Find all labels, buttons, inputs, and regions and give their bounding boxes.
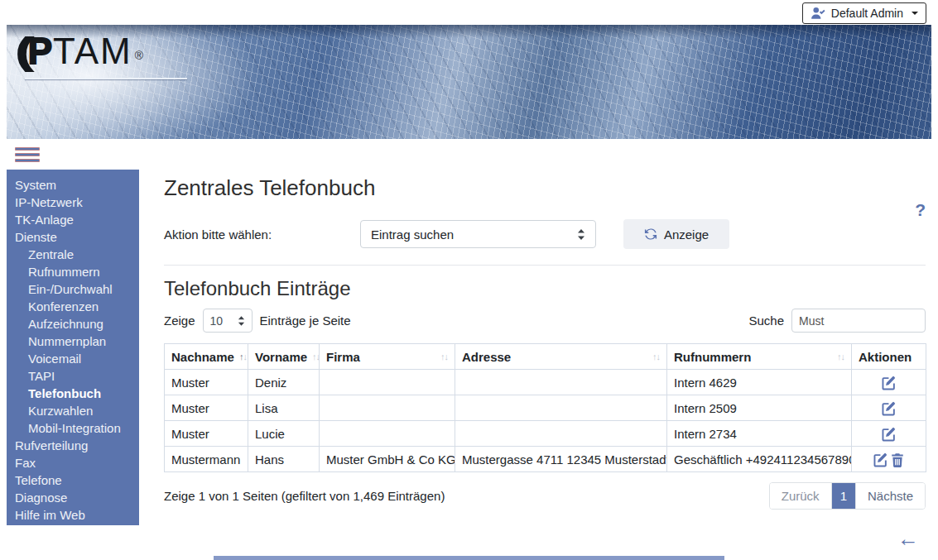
cell-rufnummern: Geschäftlich +492411234567890 bbox=[667, 447, 852, 472]
header-banner: (PTAM® bbox=[7, 25, 931, 139]
cell-rufnummern: Intern 4629 bbox=[667, 370, 852, 395]
user-menu-label: Default Admin bbox=[831, 7, 903, 20]
column-label: Rufnummern bbox=[674, 350, 751, 364]
caret-down-icon bbox=[912, 12, 918, 15]
pagination: Zurück 1 Nächste bbox=[769, 482, 926, 510]
refresh-icon bbox=[644, 227, 657, 241]
sidebar-item-tapi[interactable]: TAPI bbox=[7, 367, 139, 385]
sidebar-item-tk-anlage[interactable]: TK-Anlage bbox=[7, 211, 139, 228]
hamburger-menu-icon[interactable] bbox=[15, 147, 40, 162]
cell-adresse bbox=[455, 370, 667, 395]
cell-vorname: Lisa bbox=[248, 395, 320, 421]
search-input[interactable] bbox=[791, 309, 926, 333]
sidebar-item-hilfe-im-web[interactable]: Hilfe im Web bbox=[7, 506, 139, 524]
sidebar-item-mobil-integration[interactable]: Mobil-Integration bbox=[7, 419, 139, 437]
table-row: MustermannHansMuster GmbH & Co KGMusterg… bbox=[165, 447, 926, 472]
registered-mark: ® bbox=[135, 36, 143, 75]
cell-adresse bbox=[455, 421, 667, 447]
cell-vorname: Hans bbox=[248, 447, 320, 472]
iptam-logo: (PTAM® bbox=[18, 31, 187, 79]
cell-nachname: Muster bbox=[165, 370, 248, 395]
edit-icon[interactable] bbox=[882, 401, 897, 416]
page-length-select[interactable]: 10 bbox=[203, 309, 253, 333]
phonebook-table: Nachname↑↓Vorname↑↓Firma↑↓Adresse↑↓Rufnu… bbox=[164, 343, 926, 472]
back-arrow-icon[interactable]: ← bbox=[897, 526, 919, 551]
updown-arrows-icon bbox=[238, 316, 245, 326]
pagination-page-1-button[interactable]: 1 bbox=[831, 483, 856, 509]
user-menu-button[interactable]: Default Admin bbox=[802, 2, 926, 24]
delete-icon[interactable] bbox=[890, 452, 905, 467]
cell-adresse bbox=[455, 395, 667, 421]
action-select[interactable]: Eintrag suchen bbox=[360, 220, 596, 248]
sidebar-item-diagnose[interactable]: Diagnose bbox=[7, 489, 139, 506]
footer-strip bbox=[214, 556, 724, 560]
sidebar-item-nummernplan[interactable]: Nummernplan bbox=[7, 333, 139, 350]
action-label: Aktion bitte wählen: bbox=[164, 227, 360, 242]
action-select-value: Eintrag suchen bbox=[371, 227, 454, 242]
length-suffix-label: Einträge je Seite bbox=[260, 314, 351, 328]
table-row: MusterDenizIntern 4629 bbox=[165, 370, 926, 395]
sidebar-item-telefonbuch[interactable]: Telefonbuch bbox=[7, 385, 139, 402]
search-label: Suche bbox=[748, 314, 784, 328]
cell-firma bbox=[320, 370, 455, 395]
column-header-vorname[interactable]: Vorname↑↓ bbox=[248, 344, 320, 370]
column-label: Vorname bbox=[255, 350, 307, 364]
sidebar-item-rufnummern[interactable]: Rufnummern bbox=[7, 263, 139, 280]
cell-adresse: Mustergasse 4711 12345 Musterstadt bbox=[455, 447, 667, 472]
table-header-row: Nachname↑↓Vorname↑↓Firma↑↓Adresse↑↓Rufnu… bbox=[165, 344, 926, 370]
edit-icon[interactable] bbox=[873, 452, 888, 467]
sidebar-item-system[interactable]: System bbox=[7, 176, 139, 194]
updown-arrows-icon bbox=[577, 229, 585, 240]
anzeige-button-label: Anzeige bbox=[664, 227, 709, 242]
cell-vorname: Lucie bbox=[248, 421, 320, 447]
sidebar-item-telefone[interactable]: Telefone bbox=[7, 471, 139, 489]
column-label: Firma bbox=[326, 350, 360, 364]
sidebar-item-dienste[interactable]: Dienste bbox=[7, 228, 139, 246]
column-label: Adresse bbox=[462, 350, 511, 364]
column-header-adresse[interactable]: Adresse↑↓ bbox=[455, 344, 667, 370]
sidebar-item-rufverteilung[interactable]: Rufverteilung bbox=[7, 437, 139, 454]
help-icon[interactable]: ? bbox=[915, 200, 926, 219]
column-header-aktionen: Aktionen bbox=[852, 344, 926, 370]
length-prefix-label: Zeige bbox=[164, 314, 195, 328]
table-info: Zeige 1 von 1 Seiten (gefiltert von 1,46… bbox=[164, 489, 445, 503]
sidebar-item-zentrale[interactable]: Zentrale bbox=[7, 246, 139, 263]
section-title: Telefonbuch Einträge bbox=[164, 277, 926, 300]
cell-vorname: Deniz bbox=[248, 370, 320, 395]
sidebar-item-aufzeichnung[interactable]: Aufzeichnung bbox=[7, 315, 139, 333]
column-header-firma[interactable]: Firma↑↓ bbox=[320, 344, 455, 370]
cell-firma bbox=[320, 421, 455, 447]
cell-aktionen bbox=[852, 447, 926, 472]
table-row: MusterLisaIntern 2509 bbox=[165, 395, 926, 421]
table-body: MusterDenizIntern 4629MusterLisaIntern 2… bbox=[165, 370, 926, 472]
sidebar-item-ip-netzwerk[interactable]: IP-Netzwerk bbox=[7, 194, 139, 211]
sort-arrows-icon: ↑↓ bbox=[440, 352, 448, 361]
topbar: Default Admin bbox=[0, 0, 938, 25]
anzeige-button[interactable]: Anzeige bbox=[623, 219, 729, 249]
sidebar-item-konferenzen[interactable]: Konferenzen bbox=[7, 298, 139, 315]
cell-nachname: Muster bbox=[165, 395, 248, 421]
person-check-icon bbox=[811, 6, 825, 21]
sort-arrows-icon: ↑↓ bbox=[312, 352, 319, 361]
cell-rufnummern: Intern 2509 bbox=[667, 395, 852, 421]
cell-nachname: Mustermann bbox=[165, 447, 248, 472]
sidebar-item-kurzwahlen[interactable]: Kurzwahlen bbox=[7, 402, 139, 419]
sidebar-item-voicemail[interactable]: Voicemail bbox=[7, 350, 139, 367]
column-header-rufnummern[interactable]: Rufnummern↑↓ bbox=[667, 344, 852, 370]
cell-aktionen bbox=[852, 370, 926, 395]
edit-icon[interactable] bbox=[882, 376, 897, 390]
cell-aktionen bbox=[852, 421, 926, 447]
column-label: Nachname bbox=[171, 350, 234, 364]
sidebar-item-ein-durchwahl[interactable]: Ein-/Durchwahl bbox=[7, 280, 139, 298]
sidebar-item-fax[interactable]: Fax bbox=[7, 454, 139, 471]
sort-arrows-icon: ↑↓ bbox=[652, 352, 660, 361]
cell-nachname: Muster bbox=[165, 421, 248, 447]
cell-firma: Muster GmbH & Co KG bbox=[320, 447, 455, 472]
column-header-nachname[interactable]: Nachname↑↓ bbox=[165, 344, 248, 370]
pagination-previous-button[interactable]: Zurück bbox=[770, 483, 831, 509]
logo-underline bbox=[25, 78, 187, 79]
page-length-value: 10 bbox=[210, 314, 224, 328]
pagination-next-button[interactable]: Nächste bbox=[856, 483, 925, 509]
edit-icon[interactable] bbox=[882, 427, 897, 442]
cell-firma bbox=[320, 395, 455, 421]
